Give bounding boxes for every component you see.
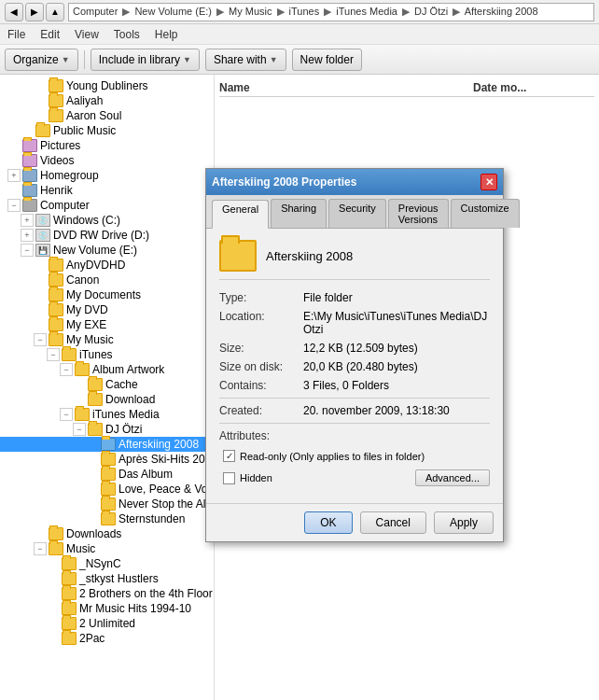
sidebar-item-my-exe[interactable]: My EXE: [0, 317, 214, 332]
sidebar-item-afterskiing-2008[interactable]: Afterskiing 2008: [0, 437, 214, 452]
sidebar-item-music[interactable]: − Music: [0, 541, 214, 556]
sidebar-item-windows-c[interactable]: + 💿 Windows (C:): [0, 213, 214, 228]
expand-icon[interactable]: −: [21, 244, 34, 257]
forward-button[interactable]: ▶: [25, 3, 44, 21]
include-library-button[interactable]: Include in library ▼: [91, 49, 200, 71]
expand-icon[interactable]: +: [7, 169, 21, 182]
cancel-button[interactable]: Cancel: [360, 511, 426, 534]
apply-button[interactable]: Apply: [434, 511, 494, 534]
sidebar-item-my-documents[interactable]: My Documents: [0, 287, 214, 302]
sidebar-item-dj-otzi[interactable]: − DJ Ötzi: [0, 422, 214, 437]
sidebar-tree[interactable]: Young Dubliners Aaliyah Aaron Soul Publi…: [0, 75, 215, 700]
expand-icon: [34, 318, 47, 331]
expand-icon[interactable]: −: [7, 199, 21, 212]
expand-icon[interactable]: +: [21, 229, 34, 242]
sidebar-item-download[interactable]: Download: [0, 392, 214, 407]
sidebar-item-love-peace[interactable]: Love, Peace & Vollgas: [0, 482, 214, 497]
sidebar-item-pictures[interactable]: Pictures: [0, 138, 214, 153]
folder-icon: [22, 154, 37, 167]
sidebar-item-never-stop[interactable]: Never Stop the Alpenpop: [0, 497, 214, 511]
readonly-checkbox[interactable]: [223, 450, 235, 462]
folder-icon: [62, 572, 77, 585]
prop-size-disk-value: 20,0 KB (20.480 bytes): [303, 360, 490, 373]
dialog-footer: OK Cancel Apply: [206, 503, 503, 541]
folder-icon: [49, 79, 63, 92]
sidebar-item-aaron-soul[interactable]: Aaron Soul: [0, 108, 214, 123]
expand-icon[interactable]: −: [73, 423, 86, 436]
expand-icon[interactable]: −: [60, 408, 73, 421]
sidebar-item-mr-music[interactable]: Mr Music Hits 1994-10: [0, 601, 214, 616]
menu-file[interactable]: File: [5, 27, 28, 42]
sidebar-item-apres-ski[interactable]: Après Ski-Hits 2000 (disc 1): [0, 452, 214, 467]
sidebar-item-cache[interactable]: Cache: [0, 377, 214, 392]
tab-security[interactable]: Security: [328, 199, 386, 228]
prop-contains-row: Contains: 3 Files, 0 Folders: [219, 379, 490, 392]
expand-icon[interactable]: −: [47, 348, 60, 361]
sidebar-item-album-artwork[interactable]: − Album Artwork: [0, 362, 214, 377]
sidebar-item-das-album[interactable]: Das Album: [0, 467, 214, 482]
expand-icon[interactable]: −: [60, 363, 73, 376]
prop-location-row: Location: E:\My Music\iTunes\iTunes Medi…: [219, 310, 490, 336]
breadcrumb[interactable]: Computer ▶ New Volume (E:) ▶ My Music ▶ …: [68, 3, 594, 21]
new-folder-button[interactable]: New folder: [292, 49, 362, 71]
share-with-button[interactable]: Share with ▼: [205, 49, 286, 71]
properties-dialog[interactable]: Afterskiing 2008 Properties ✕ General Sh…: [205, 168, 504, 542]
user-icon: [22, 184, 37, 197]
expand-icon[interactable]: −: [34, 333, 47, 346]
sidebar-item-my-music[interactable]: − My Music: [0, 332, 214, 347]
sidebar-item-my-dvd[interactable]: My DVD: [0, 302, 214, 317]
sidebar-label: _NSynC: [79, 557, 121, 570]
dialog-tabs: General Sharing Security Previous Versio…: [206, 195, 503, 229]
prop-created-row: Created: 20. november 2009, 13:18:30: [219, 404, 490, 417]
sidebar-item-homegroup[interactable]: + Homegroup: [0, 168, 214, 183]
advanced-button[interactable]: Advanced...: [415, 469, 490, 486]
sidebar-item-itunes[interactable]: − iTunes: [0, 347, 214, 362]
sidebar-item-2brothers[interactable]: 2 Brothers on the 4th Floor: [0, 586, 214, 601]
tab-customize[interactable]: Customize: [451, 199, 520, 228]
tab-general[interactable]: General: [212, 200, 269, 229]
tab-sharing[interactable]: Sharing: [271, 199, 327, 228]
menu-tools[interactable]: Tools: [111, 27, 143, 42]
menu-view[interactable]: View: [72, 27, 102, 42]
prop-contains-label: Contains:: [219, 379, 303, 392]
sidebar-item-2unlimited[interactable]: 2 Unlimited: [0, 616, 214, 631]
prop-size-label: Size:: [219, 342, 303, 355]
expand-icon[interactable]: +: [21, 214, 34, 227]
back-button[interactable]: ◀: [5, 3, 23, 21]
ok-button[interactable]: OK: [304, 511, 352, 534]
sidebar-item-downloads[interactable]: Downloads: [0, 526, 214, 541]
sidebar-label: Sternstunden: [118, 512, 185, 525]
expand-icon: [47, 587, 60, 600]
sidebar-label: Download: [105, 393, 155, 406]
sidebar-item-computer[interactable]: − Computer: [0, 198, 214, 213]
sidebar-item-public-music[interactable]: Public Music: [0, 123, 214, 138]
sidebar-label: 2 Unlimited: [79, 617, 135, 630]
hidden-checkbox[interactable]: [223, 472, 235, 484]
tab-previous-versions[interactable]: Previous Versions: [388, 199, 449, 228]
dialog-close-button[interactable]: ✕: [481, 174, 497, 190]
sidebar-item-videos[interactable]: Videos: [0, 153, 214, 168]
hidden-label: Hidden: [240, 472, 272, 483]
sidebar-item-2pac[interactable]: 2Pac: [0, 631, 214, 646]
sidebar-label: _stkyst Hustlers: [79, 572, 159, 585]
sidebar-item-itunes-media[interactable]: − iTunes Media: [0, 407, 214, 422]
sidebar-item-nsync[interactable]: _NSynC: [0, 556, 214, 571]
expand-icon[interactable]: −: [34, 542, 47, 555]
dialog-folder-row: Afterskiing 2008: [219, 240, 490, 280]
sidebar-item-aaliyah[interactable]: Aaliyah: [0, 93, 214, 108]
menu-help[interactable]: Help: [152, 27, 181, 42]
prop-attributes-row: Attributes: Read-only (Only applies to f…: [219, 429, 490, 486]
sidebar-item-canon[interactable]: Canon: [0, 273, 214, 287]
sidebar-item-stkyst[interactable]: _stkyst Hustlers: [0, 571, 214, 586]
sidebar-item-new-volume-e[interactable]: − 💾 New Volume (E:): [0, 243, 214, 258]
menu-edit[interactable]: Edit: [37, 27, 63, 42]
sidebar-item-anydvdhd[interactable]: AnyDVDHD: [0, 258, 214, 273]
organize-button[interactable]: Organize ▼: [5, 49, 78, 71]
sidebar-item-sternstunden[interactable]: Sternstunden: [0, 511, 214, 526]
folder-icon: [101, 453, 116, 466]
sidebar-item-henrik[interactable]: Henrik: [0, 183, 214, 198]
sidebar-item-young-dubliners[interactable]: Young Dubliners: [0, 78, 214, 93]
up-button[interactable]: ▲: [46, 3, 64, 21]
folder-icon: [62, 587, 77, 600]
sidebar-item-dvd-d[interactable]: + 💿 DVD RW Drive (D:): [0, 228, 214, 243]
